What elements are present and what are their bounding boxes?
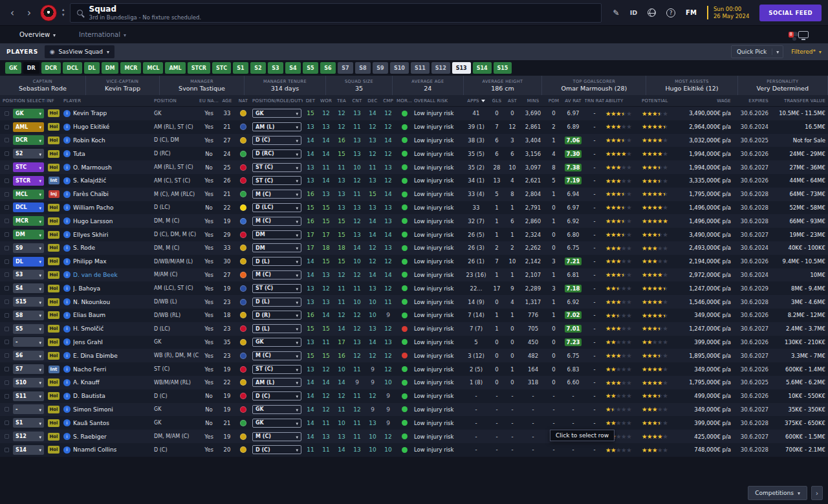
position-filter-stc[interactable]: STC xyxy=(212,62,231,74)
position-filter-mcr[interactable]: MCR xyxy=(120,62,141,74)
player-name-cell[interactable]: iRobin Koch xyxy=(62,137,153,144)
player-info-icon[interactable]: i xyxy=(63,433,71,440)
table-row-tuta[interactable]: S2 Hol iTuta D (RC) No 24 D (RC) 14 14 1… xyxy=(0,147,828,160)
role-duty-dropdown[interactable]: D (C) xyxy=(252,136,301,145)
table-row-a-knauff[interactable]: S10 Hol iA. Knauff WB/M/AM (RL) Yes 22 A… xyxy=(0,376,828,389)
position-selected-dropdown[interactable]: S8 xyxy=(13,311,44,320)
table-row-robin-koch[interactable]: DCR Hol iRobin Koch D (C), DM Yes 27 D (… xyxy=(0,134,828,148)
player-info-icon[interactable]: i xyxy=(63,110,71,117)
player-name-cell[interactable]: iA. Knauff xyxy=(62,379,153,386)
row-checkbox[interactable] xyxy=(5,434,9,439)
player-name-cell[interactable]: iN. Nkounkou xyxy=(62,298,153,305)
player-info-icon[interactable]: i xyxy=(63,446,71,454)
player-name-cell[interactable]: iKevin Trapp xyxy=(62,110,153,117)
position-selected-dropdown[interactable]: GK xyxy=(13,109,44,118)
row-checkbox[interactable] xyxy=(5,246,9,250)
position-filter-s15[interactable]: S15 xyxy=(494,62,512,74)
position-filter-aml[interactable]: AML xyxy=(165,62,185,74)
player-name-cell[interactable]: iNacho Ferri xyxy=(62,366,153,373)
row-checkbox[interactable] xyxy=(5,192,9,197)
table-row-simon-simoni[interactable]: - Hol iSimon Simoni GK No 19 GK 14 12 11… xyxy=(0,403,828,417)
table-row-far-s-cha-bi[interactable]: MCL Inj iFarès Chaïbi M (C), AM (RLC) Ye… xyxy=(0,188,828,201)
player-name-cell[interactable]: iHugo Larsson xyxy=(62,217,153,225)
tab-international[interactable]: International xyxy=(79,31,126,38)
position-selected-dropdown[interactable]: MCR xyxy=(13,216,44,226)
role-duty-dropdown[interactable]: ST (C) xyxy=(252,176,301,185)
position-filter-dm[interactable]: DM xyxy=(102,62,119,74)
row-checkbox[interactable] xyxy=(5,111,9,116)
row-checkbox[interactable] xyxy=(5,340,9,344)
player-info-icon[interactable]: i xyxy=(63,419,71,426)
column-header-av-rat[interactable]: AV RAT xyxy=(561,98,585,104)
role-duty-dropdown[interactable]: M (C) xyxy=(252,351,301,360)
row-checkbox[interactable] xyxy=(5,286,9,290)
id-button[interactable]: ID xyxy=(630,9,637,16)
player-info-icon[interactable]: i xyxy=(63,164,71,171)
player-name-cell[interactable]: iNnamdi Collins xyxy=(62,446,153,454)
column-header-transfer-value[interactable]: TRANSFER VALUE xyxy=(770,98,827,104)
player-info-icon[interactable]: i xyxy=(63,204,71,211)
role-duty-dropdown[interactable]: D (R) xyxy=(252,311,301,320)
position-filter-s14[interactable]: S14 xyxy=(473,62,492,74)
row-checkbox[interactable] xyxy=(5,380,9,385)
position-selected-dropdown[interactable]: S1 xyxy=(13,418,44,428)
role-duty-dropdown[interactable]: ST (C) xyxy=(252,284,301,293)
role-duty-dropdown[interactable]: D (RC) xyxy=(252,149,301,159)
player-name-cell[interactable]: iElias Baum xyxy=(62,312,153,319)
column-header-ast[interactable]: AST xyxy=(505,98,520,104)
position-selected-dropdown[interactable]: S14 xyxy=(13,445,44,455)
player-info-icon[interactable]: i xyxy=(63,298,71,305)
player-info-icon[interactable]: i xyxy=(63,379,71,386)
player-name-cell[interactable]: iPhilipp Max xyxy=(62,258,153,265)
table-row-nacho-ferri[interactable]: S7 Int iNacho Ferri ST (C) Yes 19 ST (C)… xyxy=(0,362,828,376)
table-row-j-bahoya[interactable]: S4 Hol iJ. Bahoya AM (LC), ST (C) Yes 19… xyxy=(0,281,828,295)
role-duty-dropdown[interactable]: D (C) xyxy=(252,445,301,454)
player-info-icon[interactable]: i xyxy=(63,312,71,319)
column-header-eu-na[interactable]: EU NA... xyxy=(199,98,219,104)
column-header-apps[interactable]: APPS xyxy=(463,98,489,104)
row-checkbox[interactable] xyxy=(5,367,9,371)
role-duty-dropdown[interactable]: GK xyxy=(252,109,301,118)
display-icon[interactable] xyxy=(798,31,809,38)
role-duty-dropdown[interactable]: ST (C) xyxy=(252,163,301,172)
search-bar[interactable]: Squad 3rd in Bundesliga - No fixture sch… xyxy=(70,3,602,23)
role-duty-dropdown[interactable]: AM (L) xyxy=(252,122,301,131)
role-duty-dropdown[interactable]: D (L) xyxy=(252,257,301,266)
role-duty-dropdown[interactable]: M (C) xyxy=(252,432,301,441)
position-selected-dropdown[interactable]: STCR xyxy=(13,176,44,186)
column-header-mor[interactable]: MOR... xyxy=(396,98,413,104)
position-selected-dropdown[interactable]: DCR xyxy=(13,135,44,145)
row-checkbox[interactable] xyxy=(5,327,9,331)
position-selected-dropdown[interactable]: S6 xyxy=(13,351,44,360)
role-duty-dropdown[interactable]: GK xyxy=(252,338,301,347)
position-filter-s11[interactable]: S11 xyxy=(411,62,430,74)
position-selected-dropdown[interactable]: - xyxy=(13,337,44,347)
position-filter-s7[interactable]: S7 xyxy=(338,62,353,74)
position-filter-mcl[interactable]: MCL xyxy=(143,62,163,74)
row-checkbox[interactable] xyxy=(5,219,9,223)
position-filter-s2[interactable]: S2 xyxy=(250,62,266,74)
player-name-cell[interactable]: iJens Grahl xyxy=(62,338,153,345)
row-checkbox[interactable] xyxy=(5,179,9,183)
forward-button[interactable]: › xyxy=(23,6,35,20)
date-display[interactable]: Sun 00:00 26 May 2024 xyxy=(707,6,749,19)
player-info-icon[interactable]: i xyxy=(63,191,71,198)
position-filter-gk[interactable]: GK xyxy=(5,62,21,74)
column-header-expires[interactable]: EXPIRES xyxy=(732,98,770,104)
column-header-cnt[interactable]: CNT xyxy=(349,98,365,104)
player-name-cell[interactable]: iS. Kalajdžić xyxy=(62,177,153,184)
table-row-n-nkounkou[interactable]: S15 Hol iN. Nkounkou D/WB (L) Yes 23 D (… xyxy=(0,295,828,309)
player-name-cell[interactable]: iSimon Simoni xyxy=(62,406,153,413)
position-selected-dropdown[interactable]: S4 xyxy=(13,283,44,293)
table-row-kevin-trapp[interactable]: GK Hol iKevin Trapp GK Yes 33 GK 15 12 1… xyxy=(0,107,828,120)
player-info-icon[interactable]: i xyxy=(63,366,71,373)
position-selected-dropdown[interactable]: DCL xyxy=(13,203,44,212)
table-row-o-marmoush[interactable]: STC Hol iO. Marmoush AM (RL), ST (C) No … xyxy=(0,160,828,174)
player-name-cell[interactable]: iFarès Chaïbi xyxy=(62,191,153,198)
table-row-hugo-larsson[interactable]: MCR Hol iHugo Larsson DM, M (C) Yes 19 M… xyxy=(0,214,828,228)
position-filter-dcl[interactable]: DCL xyxy=(63,62,82,74)
player-name-cell[interactable]: iJ. Bahoya xyxy=(62,285,153,292)
role-duty-dropdown[interactable]: M (C) xyxy=(252,190,301,199)
table-row-nnamdi-collins[interactable]: S14 Hol iNnamdi Collins D (C) Yes 20 D (… xyxy=(0,443,828,457)
role-duty-dropdown[interactable]: AM (L) xyxy=(252,378,301,387)
